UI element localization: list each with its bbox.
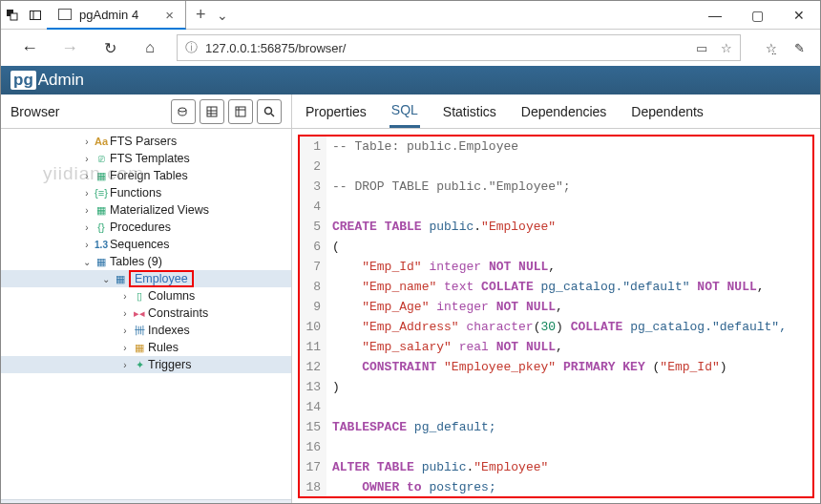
url-input[interactable]: ⓘ 127.0.0.1:56875/browser/ ▭ ☆ <box>177 34 741 61</box>
node-constraints[interactable]: ›▸◂Constraints <box>1 304 291 322</box>
tab-dropdown-icon[interactable]: ⌄ <box>217 8 228 23</box>
maximize-button[interactable]: ▢ <box>736 1 778 29</box>
reader-icon[interactable]: ▭ <box>696 41 707 55</box>
object-tree[interactable]: yiidian.com ›AaFTS Parsers›⎚FTS Template… <box>1 129 292 504</box>
tree-label: Employee <box>129 272 194 285</box>
tree-icon: {≡} <box>93 187 110 199</box>
svg-point-4 <box>179 108 186 112</box>
favorites-icon[interactable]: ☆̤ <box>766 41 777 55</box>
window-panel-icon[interactable] <box>24 9 47 22</box>
window-titlebar: pgAdmin 4 × + ⌄ — ▢ ✕ <box>1 1 820 30</box>
expand-icon[interactable]: › <box>81 205 93 216</box>
browser-panel-header: Browser <box>1 94 292 128</box>
favorite-icon[interactable]: ☆ <box>721 41 732 55</box>
panel-separator[interactable] <box>1 499 291 504</box>
tab-dependents[interactable]: Dependents <box>629 96 705 127</box>
info-icon[interactable]: ⓘ <box>185 39 198 56</box>
tree-label: Functions <box>110 186 161 200</box>
node-fts-parsers[interactable]: ›AaFTS Parsers <box>1 133 291 150</box>
panel-bar: Browser Properties SQL Statistics Depend… <box>1 94 820 129</box>
code-line: "Emp_Age" integer NOT NULL, <box>332 297 812 317</box>
tree-icon: {} <box>93 221 110 233</box>
tree-icon: ▦ <box>112 273 129 285</box>
expand-icon[interactable]: › <box>81 222 93 233</box>
expand-icon[interactable]: › <box>119 308 131 319</box>
address-bar: ← → ↻ ⌂ ⓘ 127.0.0.1:56875/browser/ ▭ ☆ ☆… <box>1 30 820 66</box>
tree-icon: ⎚ <box>93 153 110 164</box>
svg-rect-9 <box>236 107 245 116</box>
code-line <box>332 157 812 177</box>
code-line <box>332 437 812 457</box>
content-area: yiidian.com ›AaFTS Parsers›⎚FTS Template… <box>1 129 820 504</box>
page-icon <box>58 9 72 20</box>
tree-label: FTS Parsers <box>110 135 177 148</box>
code-line: "Emp_Address" character(30) COLLATE pg_c… <box>332 317 812 337</box>
tree-label: Foreign Tables <box>110 169 188 182</box>
expand-icon[interactable]: › <box>119 326 131 336</box>
code-line: -- DROP TABLE public."Employee"; <box>332 177 812 197</box>
view-data-button[interactable] <box>200 99 224 124</box>
node-indexes[interactable]: ›卌Indexes <box>1 322 291 339</box>
node-foreign-tables[interactable]: ›▦Foreign Tables <box>1 167 291 184</box>
brand-pg: pg <box>11 71 36 90</box>
forward-button[interactable]: → <box>56 38 83 58</box>
tab-statistics[interactable]: Statistics <box>441 96 498 127</box>
expand-icon[interactable]: › <box>81 136 93 147</box>
refresh-button[interactable]: ↻ <box>96 39 123 57</box>
tree-icon: ▯ <box>131 290 148 303</box>
expand-icon[interactable]: ⌄ <box>100 274 112 284</box>
minimize-button[interactable]: — <box>694 1 736 29</box>
expand-icon[interactable]: › <box>81 171 93 181</box>
expand-icon[interactable]: › <box>81 188 93 199</box>
query-tool-button[interactable] <box>171 99 196 124</box>
tree-label: Columns <box>148 289 195 303</box>
node-employee[interactable]: ⌄▦Employee <box>1 270 291 287</box>
svg-point-12 <box>265 107 272 114</box>
tab-dependencies[interactable]: Dependencies <box>519 96 609 127</box>
new-tab-icon[interactable]: + <box>196 5 206 25</box>
code-line <box>332 197 812 217</box>
code-area[interactable]: -- Table: public.Employee -- DROP TABLE … <box>326 136 812 496</box>
notes-icon[interactable]: ✎ <box>794 41 805 55</box>
close-tab-icon[interactable]: × <box>165 7 174 23</box>
node-rules[interactable]: ›▦Rules <box>1 339 291 356</box>
code-line: CREATE TABLE public."Employee" <box>332 217 812 237</box>
browser-label: Browser <box>11 104 167 119</box>
close-window-button[interactable]: ✕ <box>778 1 820 29</box>
sql-panel: 123456789101112131415161718 -- Table: pu… <box>292 129 820 504</box>
tree-icon: Aa <box>93 136 110 147</box>
expand-icon[interactable]: › <box>81 154 93 164</box>
code-line: "Emp_Id" integer NOT NULL, <box>332 257 812 277</box>
node-procedures[interactable]: ›{}Procedures <box>1 219 291 236</box>
node-tables[interactable]: ⌄▦Tables (9) <box>1 253 291 270</box>
sql-editor[interactable]: 123456789101112131415161718 -- Table: pu… <box>298 135 814 498</box>
filter-rows-button[interactable] <box>228 99 253 124</box>
node-triggers[interactable]: ›✦Triggers <box>1 356 291 373</box>
expand-icon[interactable]: › <box>119 360 131 370</box>
svg-rect-5 <box>207 107 217 116</box>
expand-icon[interactable]: › <box>119 291 131 302</box>
expand-icon[interactable]: ⌄ <box>81 257 93 267</box>
expand-icon[interactable]: › <box>119 343 131 353</box>
svg-rect-2 <box>31 10 41 19</box>
expand-icon[interactable]: › <box>81 240 93 250</box>
node-fts-templates[interactable]: ›⎚FTS Templates <box>1 150 291 167</box>
search-button[interactable] <box>257 99 282 124</box>
code-line: "Emp_name" text COLLATE pg_catalog."defa… <box>332 277 812 297</box>
back-button[interactable]: ← <box>16 38 43 58</box>
node-columns[interactable]: ›▯Columns <box>1 287 291 304</box>
code-line: ( <box>332 237 812 257</box>
app-stack-icon[interactable] <box>1 9 24 22</box>
tab-properties[interactable]: Properties <box>304 96 368 127</box>
main-tabs: Properties SQL Statistics Dependencies D… <box>292 94 717 128</box>
node-sequences[interactable]: ›1.3Sequences <box>1 236 291 253</box>
tree-label: Indexes <box>148 324 190 337</box>
browser-tab[interactable]: pgAdmin 4 × <box>47 1 186 30</box>
svg-rect-1 <box>11 13 17 20</box>
node-materialized-views[interactable]: ›▦Materialized Views <box>1 201 291 219</box>
code-line: CONSTRAINT "Employee_pkey" PRIMARY KEY (… <box>332 357 812 377</box>
tree-icon: 1.3 <box>93 239 110 250</box>
node-functions[interactable]: ›{≡}Functions <box>1 184 291 201</box>
home-button[interactable]: ⌂ <box>137 39 163 56</box>
tab-sql[interactable]: SQL <box>389 94 420 128</box>
